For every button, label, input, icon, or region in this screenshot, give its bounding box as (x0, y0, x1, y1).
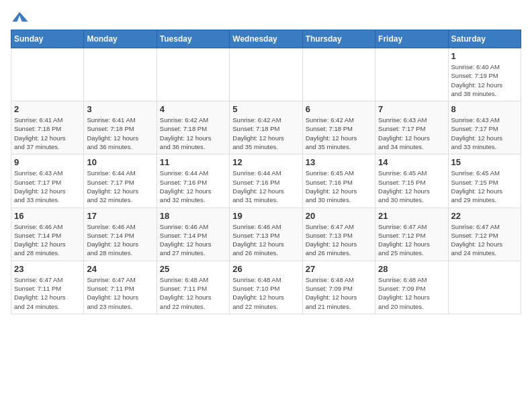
day-info: Sunrise: 6:46 AM Sunset: 7:14 PM Dayligh… (14, 222, 81, 258)
day-info: Sunrise: 6:40 AM Sunset: 7:19 PM Dayligh… (451, 62, 518, 98)
day-number: 3 (87, 104, 153, 114)
col-header-sunday: Sunday (11, 30, 84, 48)
day-cell: 15Sunrise: 6:45 AM Sunset: 7:15 PM Dayli… (448, 154, 521, 208)
day-cell (375, 48, 448, 101)
day-info: Sunrise: 6:44 AM Sunset: 7:17 PM Dayligh… (87, 169, 153, 204)
day-cell: 18Sunrise: 6:46 AM Sunset: 7:14 PM Dayli… (157, 208, 229, 261)
day-number: 27 (306, 264, 372, 274)
day-cell: 27Sunrise: 6:48 AM Sunset: 7:09 PM Dayli… (302, 261, 375, 314)
col-header-saturday: Saturday (448, 30, 521, 48)
day-cell: 21Sunrise: 6:47 AM Sunset: 7:12 PM Dayli… (375, 208, 448, 261)
day-number: 15 (451, 157, 518, 167)
week-row-1: 2Sunrise: 6:41 AM Sunset: 7:18 PM Daylig… (11, 101, 521, 154)
day-info: Sunrise: 6:46 AM Sunset: 7:14 PM Dayligh… (160, 222, 226, 258)
day-number: 11 (160, 157, 226, 167)
day-info: Sunrise: 6:48 AM Sunset: 7:09 PM Dayligh… (306, 275, 372, 311)
day-cell: 7Sunrise: 6:43 AM Sunset: 7:17 PM Daylig… (375, 101, 448, 154)
day-number: 16 (14, 211, 81, 221)
col-header-tuesday: Tuesday (157, 30, 229, 48)
day-info: Sunrise: 6:43 AM Sunset: 7:17 PM Dayligh… (451, 116, 518, 151)
week-row-4: 23Sunrise: 6:47 AM Sunset: 7:11 PM Dayli… (11, 261, 521, 314)
day-number: 19 (232, 211, 299, 221)
day-info: Sunrise: 6:42 AM Sunset: 7:18 PM Dayligh… (232, 116, 299, 151)
header (11, 11, 521, 23)
day-info: Sunrise: 6:47 AM Sunset: 7:13 PM Dayligh… (306, 222, 372, 258)
day-info: Sunrise: 6:41 AM Sunset: 7:18 PM Dayligh… (14, 116, 81, 151)
day-cell: 2Sunrise: 6:41 AM Sunset: 7:18 PM Daylig… (11, 101, 84, 154)
day-info: Sunrise: 6:45 AM Sunset: 7:15 PM Dayligh… (451, 169, 518, 204)
day-number: 28 (378, 264, 445, 274)
col-header-monday: Monday (84, 30, 157, 48)
day-cell (11, 48, 84, 101)
day-number: 14 (378, 157, 445, 167)
day-cell: 23Sunrise: 6:47 AM Sunset: 7:11 PM Dayli… (11, 261, 84, 314)
day-number: 7 (378, 104, 445, 114)
logo (11, 11, 30, 23)
day-cell: 10Sunrise: 6:44 AM Sunset: 7:17 PM Dayli… (84, 154, 157, 208)
day-info: Sunrise: 6:43 AM Sunset: 7:17 PM Dayligh… (378, 116, 445, 151)
col-header-wednesday: Wednesday (230, 30, 302, 48)
header-row: SundayMondayTuesdayWednesdayThursdayFrid… (11, 30, 521, 48)
day-number: 10 (87, 157, 153, 167)
day-info: Sunrise: 6:42 AM Sunset: 7:18 PM Dayligh… (160, 116, 226, 151)
week-row-3: 16Sunrise: 6:46 AM Sunset: 7:14 PM Dayli… (11, 208, 521, 261)
day-info: Sunrise: 6:46 AM Sunset: 7:14 PM Dayligh… (87, 222, 153, 258)
day-info: Sunrise: 6:47 AM Sunset: 7:11 PM Dayligh… (14, 275, 81, 311)
day-number: 25 (160, 264, 226, 274)
day-cell: 13Sunrise: 6:45 AM Sunset: 7:16 PM Dayli… (302, 154, 375, 208)
day-cell (448, 261, 521, 314)
day-cell: 22Sunrise: 6:47 AM Sunset: 7:12 PM Dayli… (448, 208, 521, 261)
logo-icon (11, 11, 30, 23)
day-info: Sunrise: 6:48 AM Sunset: 7:10 PM Dayligh… (232, 275, 299, 311)
day-info: Sunrise: 6:46 AM Sunset: 7:13 PM Dayligh… (232, 222, 299, 258)
day-number: 17 (87, 211, 153, 221)
calendar-table: SundayMondayTuesdayWednesdayThursdayFrid… (11, 30, 521, 314)
day-cell: 28Sunrise: 6:48 AM Sunset: 7:09 PM Dayli… (375, 261, 448, 314)
day-cell: 14Sunrise: 6:45 AM Sunset: 7:15 PM Dayli… (375, 154, 448, 208)
week-row-0: 1Sunrise: 6:40 AM Sunset: 7:19 PM Daylig… (11, 48, 521, 101)
col-header-thursday: Thursday (302, 30, 375, 48)
day-cell: 12Sunrise: 6:44 AM Sunset: 7:16 PM Dayli… (230, 154, 302, 208)
day-cell: 4Sunrise: 6:42 AM Sunset: 7:18 PM Daylig… (157, 101, 229, 154)
day-number: 5 (232, 104, 299, 114)
day-cell: 9Sunrise: 6:43 AM Sunset: 7:17 PM Daylig… (11, 154, 84, 208)
day-info: Sunrise: 6:47 AM Sunset: 7:12 PM Dayligh… (451, 222, 518, 258)
day-cell (84, 48, 157, 101)
day-number: 21 (378, 211, 445, 221)
day-cell: 11Sunrise: 6:44 AM Sunset: 7:16 PM Dayli… (157, 154, 229, 208)
day-cell (230, 48, 302, 101)
day-cell: 24Sunrise: 6:47 AM Sunset: 7:11 PM Dayli… (84, 261, 157, 314)
day-cell: 8Sunrise: 6:43 AM Sunset: 7:17 PM Daylig… (448, 101, 521, 154)
day-cell (157, 48, 229, 101)
day-cell: 5Sunrise: 6:42 AM Sunset: 7:18 PM Daylig… (230, 101, 302, 154)
day-info: Sunrise: 6:41 AM Sunset: 7:18 PM Dayligh… (87, 116, 153, 151)
week-row-2: 9Sunrise: 6:43 AM Sunset: 7:17 PM Daylig… (11, 154, 521, 208)
day-cell: 26Sunrise: 6:48 AM Sunset: 7:10 PM Dayli… (230, 261, 302, 314)
day-number: 26 (232, 264, 299, 274)
day-info: Sunrise: 6:47 AM Sunset: 7:11 PM Dayligh… (87, 275, 153, 311)
day-info: Sunrise: 6:42 AM Sunset: 7:18 PM Dayligh… (306, 116, 372, 151)
day-info: Sunrise: 6:44 AM Sunset: 7:16 PM Dayligh… (160, 169, 226, 204)
day-cell: 17Sunrise: 6:46 AM Sunset: 7:14 PM Dayli… (84, 208, 157, 261)
col-header-friday: Friday (375, 30, 448, 48)
day-cell: 20Sunrise: 6:47 AM Sunset: 7:13 PM Dayli… (302, 208, 375, 261)
day-cell: 1Sunrise: 6:40 AM Sunset: 7:19 PM Daylig… (448, 48, 521, 101)
day-number: 8 (451, 104, 518, 114)
day-cell: 16Sunrise: 6:46 AM Sunset: 7:14 PM Dayli… (11, 208, 84, 261)
day-number: 9 (14, 157, 81, 167)
day-number: 20 (306, 211, 372, 221)
day-info: Sunrise: 6:43 AM Sunset: 7:17 PM Dayligh… (14, 169, 81, 204)
day-info: Sunrise: 6:45 AM Sunset: 7:16 PM Dayligh… (306, 169, 372, 204)
day-number: 18 (160, 211, 226, 221)
day-number: 1 (451, 51, 518, 61)
day-number: 23 (14, 264, 81, 274)
day-info: Sunrise: 6:44 AM Sunset: 7:16 PM Dayligh… (232, 169, 299, 204)
day-cell: 25Sunrise: 6:48 AM Sunset: 7:11 PM Dayli… (157, 261, 229, 314)
day-info: Sunrise: 6:48 AM Sunset: 7:09 PM Dayligh… (378, 275, 445, 311)
day-cell: 19Sunrise: 6:46 AM Sunset: 7:13 PM Dayli… (230, 208, 302, 261)
day-number: 24 (87, 264, 153, 274)
day-number: 2 (14, 104, 81, 114)
day-number: 13 (306, 157, 372, 167)
day-cell: 6Sunrise: 6:42 AM Sunset: 7:18 PM Daylig… (302, 101, 375, 154)
day-cell: 3Sunrise: 6:41 AM Sunset: 7:18 PM Daylig… (84, 101, 157, 154)
